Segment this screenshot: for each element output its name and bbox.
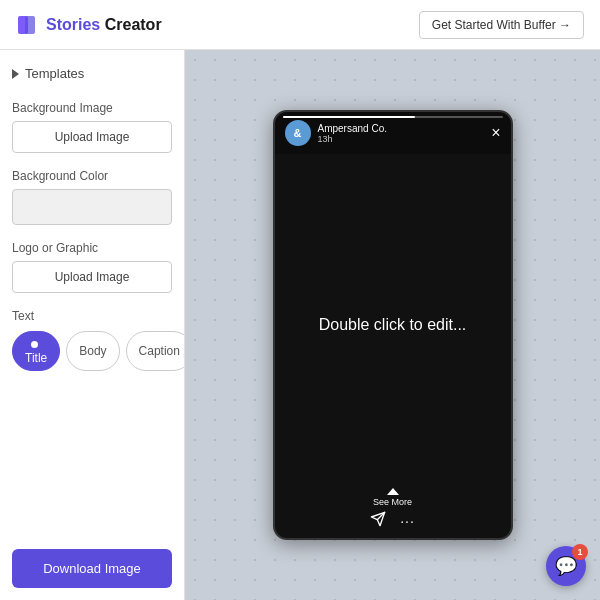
story-actions: ··· [370, 511, 415, 530]
see-more-label: See More [373, 497, 412, 507]
logo-title: Stories Creator [46, 16, 162, 34]
canvas-area: & Ampersand Co. 13h × Double click to ed… [185, 50, 600, 600]
background-color-picker[interactable] [12, 189, 172, 225]
tab-dot [31, 341, 38, 348]
sidebar-bottom: Download Image [12, 549, 172, 588]
templates-label: Templates [25, 66, 84, 81]
text-label: Text [12, 309, 172, 323]
story-username: Ampersand Co. [318, 123, 492, 134]
sidebar-spacer [12, 387, 172, 533]
story-header: & Ampersand Co. 13h × [275, 112, 511, 154]
chevron-up-icon [387, 488, 399, 495]
background-image-section: Background Image Upload Image [12, 101, 172, 153]
story-time: 13h [318, 134, 492, 144]
templates-row[interactable]: Templates [12, 62, 172, 85]
story-content[interactable]: Double click to edit... [275, 112, 511, 538]
story-close-button[interactable]: × [491, 124, 500, 142]
send-icon[interactable] [370, 511, 386, 530]
more-icon[interactable]: ··· [400, 513, 415, 529]
main-layout: Templates Background Image Upload Image … [0, 50, 600, 600]
logo-graphic-label: Logo or Graphic [12, 241, 172, 255]
upload-background-button[interactable]: Upload Image [12, 121, 172, 153]
logo-graphic-section: Logo or Graphic Upload Image [12, 241, 172, 293]
text-section: Text Title Body Caption [12, 309, 172, 371]
upload-logo-button[interactable]: Upload Image [12, 261, 172, 293]
story-progress-bar [283, 116, 503, 118]
svg-rect-1 [25, 16, 35, 34]
see-more-area[interactable]: See More [373, 488, 412, 507]
story-avatar: & [285, 120, 311, 146]
story-user-info: Ampersand Co. 13h [318, 123, 492, 144]
text-tab-title[interactable]: Title [12, 331, 60, 371]
text-tab-body[interactable]: Body [66, 331, 119, 371]
story-footer: See More ··· [275, 480, 511, 538]
logo-area: Stories Creator [16, 14, 162, 36]
text-tabs: Title Body Caption [12, 331, 172, 371]
chat-icon: 💬 [555, 555, 577, 577]
download-image-button[interactable]: Download Image [12, 549, 172, 588]
chat-bubble[interactable]: 💬 1 [546, 546, 586, 586]
story-progress-fill [283, 116, 415, 118]
sidebar: Templates Background Image Upload Image … [0, 50, 185, 600]
chat-badge: 1 [572, 544, 588, 560]
header: Stories Creator Get Started With Buffer … [0, 0, 600, 50]
logo-icon [16, 14, 38, 36]
get-started-button[interactable]: Get Started With Buffer → [419, 11, 584, 39]
background-color-label: Background Color [12, 169, 172, 183]
story-edit-hint: Double click to edit... [319, 316, 467, 334]
story-mockup: & Ampersand Co. 13h × Double click to ed… [273, 110, 513, 540]
triangle-icon [12, 69, 19, 79]
text-tab-caption[interactable]: Caption [126, 331, 185, 371]
background-color-section: Background Color [12, 169, 172, 225]
background-image-label: Background Image [12, 101, 172, 115]
